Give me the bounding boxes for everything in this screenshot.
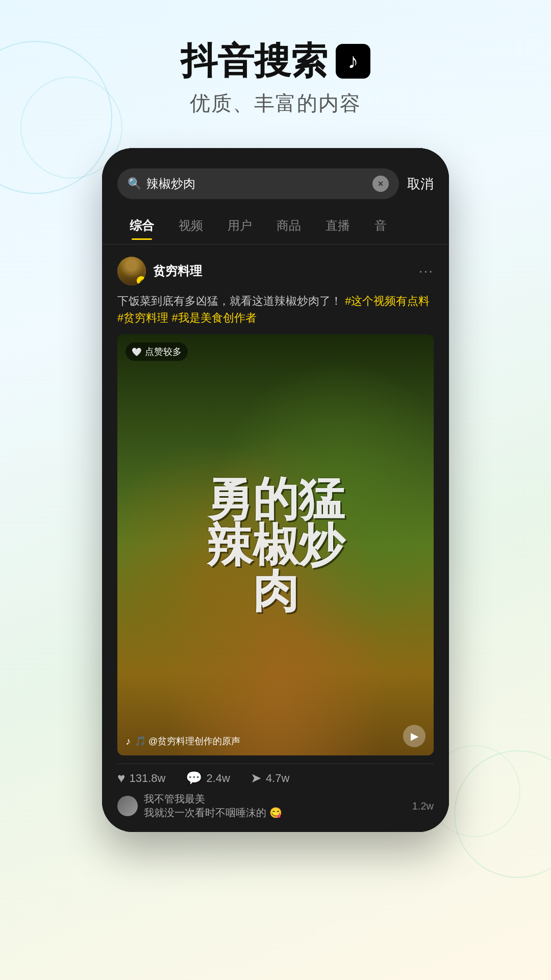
heart-small-icon: 🤍 [132, 347, 142, 357]
search-icon: 🔍 [128, 177, 141, 190]
play-button[interactable]: ▶ [403, 725, 425, 747]
app-title: 抖音搜索 ♪ [0, 41, 551, 81]
phone-content: 🔍 辣椒炒肉 × 取消 综合 视频 用户 商品 直播 音 [102, 148, 449, 832]
comment-body: 我就没一次看时不咽唾沫的 😋 [144, 806, 406, 820]
video-overlay-text: 勇的猛辣椒炒肉 [117, 334, 434, 755]
verified-badge: ✓ [137, 276, 146, 285]
hashtag-3[interactable]: #我是美食创作者 [171, 311, 256, 324]
comment-likes-count: 1.2w [412, 800, 434, 812]
subtitle-text: 优质、丰富的内容 [0, 89, 551, 117]
tab-商品[interactable]: 商品 [264, 211, 313, 240]
sound-text: 🎵 @贫穷料理创作的原声 [135, 735, 240, 747]
commenter-name: 我不管我最美 [144, 792, 406, 806]
description-text: 下饭菜到底有多凶猛，就看这道辣椒炒肉了！ [117, 295, 342, 307]
more-options-button[interactable]: ··· [419, 263, 434, 279]
sound-info: ♪ 🎵 @贫穷料理创作的原声 [126, 735, 240, 747]
title-text: 抖音搜索 [181, 41, 328, 81]
header-section: 抖音搜索 ♪ 优质、丰富的内容 [0, 0, 551, 138]
tab-用户[interactable]: 用户 [215, 211, 264, 240]
phone-wrapper: 🔍 辣椒炒肉 × 取消 综合 视频 用户 商品 直播 音 [0, 148, 551, 832]
likes-count: 131.8w [129, 772, 165, 785]
share-icon: ➤ [251, 770, 262, 786]
search-clear-button[interactable]: × [372, 176, 389, 192]
hashtag-2[interactable]: #贫穷料理 [117, 311, 168, 324]
tiktok-logo-icon: ♪ [348, 50, 359, 73]
tab-直播[interactable]: 直播 [313, 211, 362, 240]
tabs-row: 综合 视频 用户 商品 直播 音 [102, 207, 449, 244]
likes-badge-text: 点赞较多 [145, 346, 182, 358]
likes-badge: 🤍 点赞较多 [126, 342, 188, 361]
user-info: ✓ 贫穷料理 [117, 257, 202, 285]
comment-content: 我不管我最美 我就没一次看时不咽唾沫的 😋 [144, 792, 406, 820]
tab-音乐[interactable]: 音 [362, 211, 399, 240]
username-label: 贫穷料理 [153, 263, 202, 279]
stat-comments[interactable]: 💬 2.4w [186, 770, 230, 786]
video-thumbnail[interactable]: 勇的猛辣椒炒肉 🤍 点赞较多 ♪ 🎵 @贫穷料理创作的原声 ▶ [117, 334, 434, 755]
content-card: ✓ 贫穷料理 ··· 下饭菜到底有多凶猛，就看这道辣椒炒肉了！ #这个视频有点料… [102, 244, 449, 832]
stats-row: ♥ 131.8w 💬 2.4w ➤ 4.7w [117, 764, 434, 786]
stat-shares[interactable]: ➤ 4.7w [251, 770, 289, 786]
card-header: ✓ 贫穷料理 ··· [117, 257, 434, 285]
tab-综合[interactable]: 综合 [117, 211, 166, 240]
tiktok-note-icon: ♪ [126, 736, 131, 747]
search-input-area[interactable]: 🔍 辣椒炒肉 × [117, 168, 399, 199]
shares-count: 4.7w [266, 772, 289, 785]
comments-count: 2.4w [206, 772, 230, 785]
commenter-avatar [117, 796, 138, 816]
heart-icon: ♥ [117, 770, 125, 786]
cancel-button[interactable]: 取消 [407, 175, 434, 193]
search-query-text: 辣椒炒肉 [146, 176, 367, 192]
card-description: 下饭菜到底有多凶猛，就看这道辣椒炒肉了！ #这个视频有点料 #贫穷料理 #我是美… [117, 292, 434, 326]
tiktok-logo: ♪ [336, 44, 370, 79]
search-bar: 🔍 辣椒炒肉 × 取消 [102, 148, 449, 207]
clear-icon: × [378, 179, 384, 189]
comment-preview-row: 我不管我最美 我就没一次看时不咽唾沫的 😋 1.2w [117, 792, 434, 820]
phone-mockup: 🔍 辣椒炒肉 × 取消 综合 视频 用户 商品 直播 音 [102, 148, 449, 832]
tab-视频[interactable]: 视频 [166, 211, 215, 240]
comment-icon: 💬 [186, 770, 202, 786]
video-title-text: 勇的猛辣椒炒肉 [196, 466, 355, 624]
stat-likes[interactable]: ♥ 131.8w [117, 770, 165, 786]
avatar: ✓ [117, 257, 146, 285]
hashtag-1[interactable]: #这个视频有点料 [345, 295, 430, 307]
